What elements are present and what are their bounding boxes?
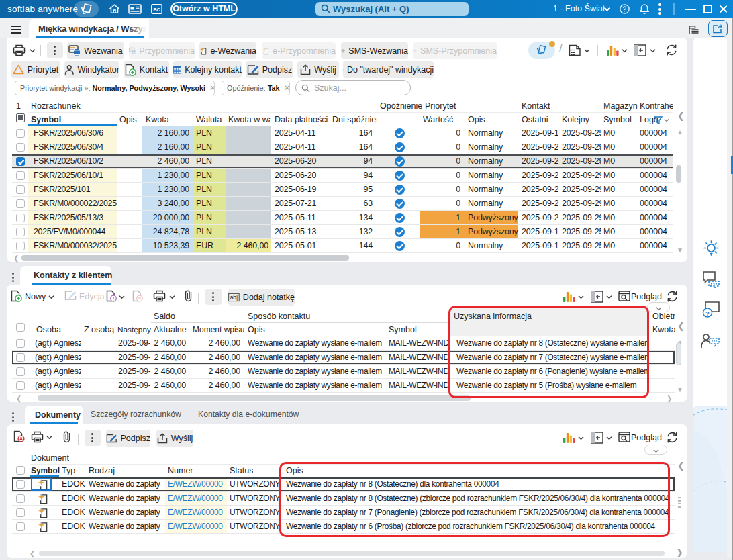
svg-text:BC: BC (153, 7, 160, 12)
svg-text:?: ? (705, 310, 710, 317)
svg-text:ab|: ab| (230, 293, 238, 300)
